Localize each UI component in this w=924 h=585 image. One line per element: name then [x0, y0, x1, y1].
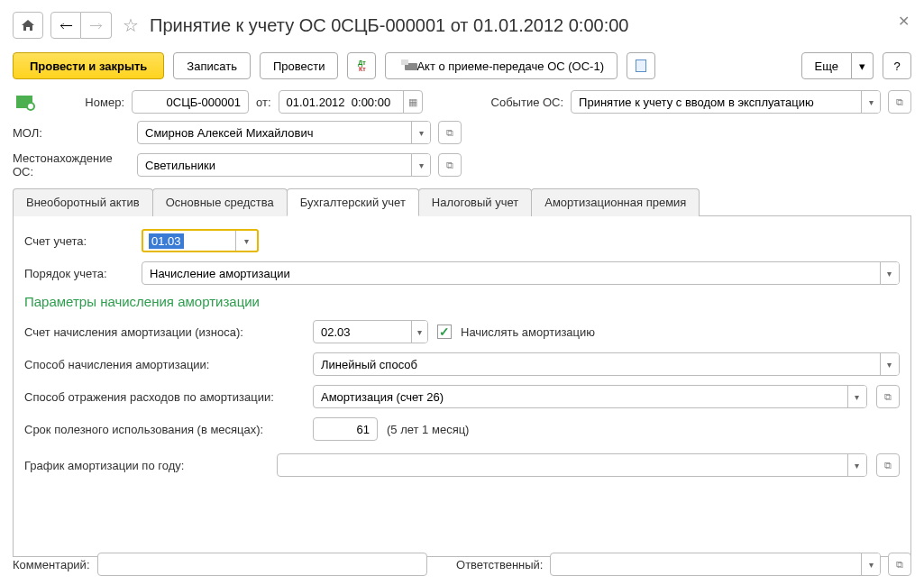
from-label: от: — [256, 96, 271, 109]
dropdown-icon[interactable]: ▾ — [411, 321, 427, 343]
comment-input-box[interactable] — [97, 553, 428, 576]
mol-open-button[interactable]: ⧉ — [438, 121, 462, 144]
order-input-box[interactable]: ▾ — [142, 261, 900, 285]
form-area: Номер: от: ▦ Событие ОС: ▾ ⧉ МОЛ: ▾ — [13, 90, 911, 557]
event-input[interactable] — [572, 91, 861, 113]
close-icon[interactable]: ✕ — [898, 13, 910, 30]
method-input-box[interactable]: ▾ — [313, 352, 900, 376]
titlebar: 🡐 🡒 ☆ Принятие к учету ОС 0СЦБ-000001 от… — [13, 7, 911, 43]
expense-open-button[interactable]: ⧉ — [876, 385, 900, 408]
depr-section-header: Параметры начисления амортизации — [24, 294, 900, 309]
responsible-open-button[interactable]: ⧉ — [888, 553, 911, 576]
more-button-group: Еще ▾ — [801, 52, 874, 79]
date-input[interactable] — [279, 91, 403, 113]
document-window: 🡐 🡒 ☆ Принятие к учету ОС 0СЦБ-000001 от… — [0, 0, 924, 585]
comment-input[interactable] — [98, 553, 427, 575]
write-button[interactable]: Записать — [173, 52, 251, 79]
depr-acc-label: Счет начисления амортизации (износа): — [24, 325, 304, 339]
mol-input[interactable] — [138, 122, 411, 143]
expense-label: Способ отражения расходов по амортизации… — [24, 390, 304, 404]
life-input[interactable] — [314, 418, 377, 440]
status-posted-icon — [13, 96, 36, 108]
location-open-button[interactable]: ⧉ — [438, 153, 462, 177]
doc-button[interactable] — [627, 52, 655, 79]
dropdown-icon[interactable]: ▾ — [880, 353, 899, 375]
act-print-button[interactable]: Акт о приеме-передаче ОС (ОС-1) — [385, 52, 618, 79]
life-label: Срок полезного использования (в месяцах)… — [24, 423, 304, 436]
depr-acc-input[interactable] — [314, 321, 411, 343]
act-print-label: Акт о приеме-передаче ОС (ОС-1) — [416, 59, 604, 73]
responsible-label: Ответственный: — [456, 558, 543, 571]
dtkt-button[interactable]: ДтКт — [347, 52, 376, 79]
account-label: Счет учета: — [24, 234, 133, 248]
tabs: Внеоборотный актив Основные средства Бух… — [13, 187, 911, 216]
dtkt-icon: ДтКт — [358, 59, 365, 72]
dropdown-icon[interactable]: ▾ — [861, 553, 880, 575]
comment-label: Комментарий: — [13, 558, 90, 571]
number-input[interactable] — [133, 91, 248, 113]
more-button[interactable]: Еще — [801, 52, 852, 79]
help-button[interactable]: ? — [883, 52, 911, 79]
event-input-box[interactable]: ▾ — [571, 90, 881, 114]
tab-fixed-assets[interactable]: Основные средства — [152, 188, 288, 216]
expense-input-box[interactable]: ▾ — [313, 385, 867, 408]
location-input[interactable] — [138, 154, 411, 176]
dropdown-icon[interactable]: ▾ — [880, 262, 899, 284]
printer-icon — [398, 59, 411, 72]
tab-depr-bonus[interactable]: Амортизационная премия — [531, 188, 700, 216]
favorite-star-icon[interactable]: ☆ — [123, 14, 139, 36]
document-title: Принятие к учету ОС 0СЦБ-000001 от 01.01… — [150, 15, 628, 36]
order-label: Порядок учета: — [24, 267, 133, 280]
order-input[interactable] — [142, 262, 880, 284]
method-label: Способ начисления амортизации: — [24, 358, 304, 371]
document-icon — [636, 59, 646, 72]
schedule-label: График амортизации по году: — [24, 459, 268, 472]
dropdown-icon[interactable]: ▾ — [861, 91, 880, 113]
calc-depr-label: Начислять амортизацию — [461, 325, 595, 339]
account-value: 01.03 — [149, 233, 184, 249]
location-label: Местонахождение ОС: — [13, 151, 130, 178]
schedule-input[interactable] — [278, 454, 847, 476]
toolbar: Провести и закрыть Записать Провести ДтК… — [13, 43, 911, 90]
schedule-open-button[interactable]: ⧉ — [876, 453, 900, 477]
tab-tax[interactable]: Налоговый учет — [418, 188, 532, 216]
event-label: Событие ОС: — [491, 96, 564, 109]
expense-input[interactable] — [314, 386, 847, 407]
calendar-icon[interactable]: ▦ — [403, 91, 422, 113]
life-hint: (5 лет 1 месяц) — [387, 423, 469, 436]
date-input-box[interactable]: ▦ — [279, 90, 423, 114]
dropdown-icon[interactable]: ▾ — [235, 231, 257, 251]
schedule-input-box[interactable]: ▾ — [277, 453, 867, 477]
dropdown-icon[interactable]: ▾ — [847, 454, 866, 476]
tab-accounting[interactable]: Бухгалтерский учет — [287, 188, 419, 216]
location-input-box[interactable]: ▾ — [137, 153, 431, 177]
nav-back-button[interactable]: 🡐 — [50, 12, 81, 39]
responsible-input[interactable] — [551, 553, 861, 575]
depr-acc-input-box[interactable]: ▾ — [313, 320, 428, 343]
mol-input-box[interactable]: ▾ — [137, 121, 431, 144]
number-input-box[interactable] — [132, 90, 249, 114]
responsible-input-box[interactable]: ▾ — [550, 553, 881, 576]
post-button[interactable]: Провести — [260, 52, 339, 79]
dropdown-icon[interactable]: ▾ — [411, 154, 430, 176]
method-input[interactable] — [314, 353, 880, 375]
number-label: Номер: — [43, 96, 124, 109]
more-dropdown[interactable]: ▾ — [852, 52, 874, 79]
post-and-close-button[interactable]: Провести и закрыть — [13, 52, 164, 79]
account-input-box[interactable]: 01.03 ▾ — [142, 229, 259, 252]
dropdown-icon[interactable]: ▾ — [847, 386, 866, 407]
nav-forward-button[interactable]: 🡒 — [81, 12, 112, 39]
dropdown-icon[interactable]: ▾ — [411, 122, 430, 143]
calc-depr-checkbox[interactable]: ✓ — [437, 324, 452, 339]
event-open-button[interactable]: ⧉ — [888, 90, 911, 114]
footer-row: Комментарий: Ответственный: ▾ ⧉ — [13, 553, 911, 576]
mol-label: МОЛ: — [13, 126, 130, 140]
home-button[interactable] — [13, 12, 43, 39]
tab-noncurrent-asset[interactable]: Внеоборотный актив — [13, 188, 153, 216]
life-input-box[interactable] — [313, 417, 378, 441]
tab-content: Счет учета: 01.03 ▾ Порядок учета: ▾ Пар… — [13, 216, 911, 557]
